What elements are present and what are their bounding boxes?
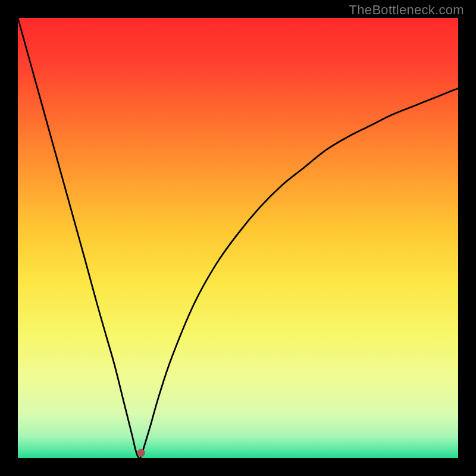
optimum-marker <box>137 449 145 456</box>
attribution-label: TheBottleneck.com <box>349 2 464 18</box>
chart-frame: TheBottleneck.com <box>0 0 476 476</box>
bottleneck-chart <box>0 0 476 476</box>
plot-background <box>18 18 458 458</box>
